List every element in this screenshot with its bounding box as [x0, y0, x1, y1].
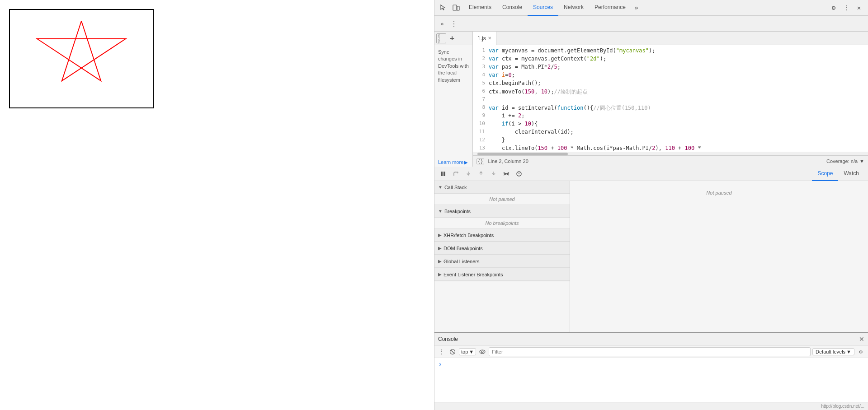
code-hscrollbar-thumb[interactable]: [477, 153, 568, 155]
call-stack-content: Not paused: [434, 194, 570, 205]
tab-elements[interactable]: Elements: [463, 0, 497, 16]
watch-tab[interactable]: Watch: [838, 167, 864, 181]
sources-more-icon[interactable]: ⋮: [449, 19, 459, 28]
svg-rect-1: [457, 6, 459, 10]
call-stack-section: ▼ Call Stack Not paused: [434, 181, 570, 205]
xhr-arrow: ▶: [438, 233, 442, 238]
settings-icon[interactable]: ⚙: [828, 2, 839, 13]
step-over-button[interactable]: [451, 169, 461, 179]
expand-panel-icon[interactable]: »: [437, 19, 447, 28]
file-format-icon[interactable]: { }: [436, 33, 446, 43]
step-out-button[interactable]: [476, 169, 486, 179]
scope-tab[interactable]: Scope: [812, 167, 838, 181]
global-listeners-section: ▶ Global Listeners: [434, 255, 570, 268]
deactivate-breakpoints-button[interactable]: [501, 169, 511, 179]
learn-more-arrow-icon: ▶: [464, 160, 468, 165]
code-line-3: 3 var pas = Math.PI*2/5;: [473, 63, 868, 71]
pause-resume-button[interactable]: [438, 169, 448, 179]
add-source-icon[interactable]: +: [447, 33, 457, 43]
global-listeners-header[interactable]: ▶ Global Listeners: [434, 255, 570, 268]
bottom-url: http://blog.csdn.net/...: [821, 404, 864, 409]
global-listeners-title: Global Listeners: [443, 259, 480, 264]
xhr-breakpoints-title: XHR/fetch Breakpoints: [443, 233, 494, 238]
code-hscrollbar[interactable]: [473, 152, 868, 155]
dom-breakpoints-header[interactable]: ▶ DOM Breakpoints: [434, 242, 570, 255]
tab-network[interactable]: Network: [558, 0, 589, 16]
top-dropdown-arrow: ▼: [469, 349, 474, 354]
call-stack-arrow: ▼: [438, 185, 443, 190]
devtools: Elements Console Sources Network Perform…: [434, 0, 868, 410]
learn-more-link[interactable]: Learn more ▶: [434, 158, 472, 167]
file-pane: { } + Sync changes in DevTools with the …: [434, 32, 473, 167]
sources-main: { } + Sync changes in DevTools with the …: [434, 32, 868, 167]
dom-breakpoints-title: DOM Breakpoints: [443, 246, 483, 251]
coverage-label: Coverage: n/a: [826, 158, 858, 164]
svg-point-13: [481, 351, 483, 353]
tab-sources[interactable]: Sources: [528, 0, 558, 16]
console-more-icon[interactable]: ⋮: [437, 347, 446, 356]
xhr-breakpoints-header[interactable]: ▶ XHR/fetch Breakpoints: [434, 229, 570, 242]
code-content[interactable]: 1 var mycanvas = document.getElementById…: [473, 45, 868, 152]
event-breakpoints-header[interactable]: ▶ Event Listener Breakpoints: [434, 268, 570, 281]
inspect-icon[interactable]: [438, 2, 449, 13]
breakpoints-title: Breakpoints: [444, 209, 471, 214]
status-right: Coverage: n/a ▼: [826, 158, 864, 164]
breakpoints-content: No breakpoints: [434, 218, 570, 228]
call-stack-header[interactable]: ▼ Call Stack: [434, 181, 570, 194]
close-devtools-icon[interactable]: ✕: [854, 2, 864, 13]
console-close-icon[interactable]: ✕: [859, 335, 864, 343]
code-tab-1js[interactable]: 1.js ✕: [473, 32, 496, 45]
default-levels-selector[interactable]: Default levels ▼: [812, 348, 854, 355]
bottom-status-bar: http://blog.csdn.net/...: [434, 402, 868, 410]
console-panel: Console ✕ ⋮ top ▼ Default levels ▼ ⚙: [434, 332, 868, 402]
device-icon[interactable]: [451, 2, 462, 13]
code-line-6: 6 ctx.moveTo(150, 10);//绘制的起点: [473, 88, 868, 96]
scope-panel: Not paused: [570, 181, 868, 332]
step-into-button[interactable]: [463, 169, 473, 179]
canvas-area: [9, 9, 154, 108]
code-editor: 1.js ✕ 1 var mycanvas = document.getElem…: [473, 32, 868, 167]
dom-arrow: ▶: [438, 246, 442, 251]
svg-point-12: [480, 350, 485, 354]
code-line-8: 8 var id = setInterval(function(){//圆心位置…: [473, 104, 868, 112]
global-arrow: ▶: [438, 259, 442, 264]
step-button[interactable]: [489, 169, 499, 179]
code-lines: 1 var mycanvas = document.getElementById…: [473, 45, 868, 152]
tab-console[interactable]: Console: [497, 0, 528, 16]
svg-line-11: [451, 350, 454, 354]
svg-rect-3: [443, 172, 445, 176]
code-line-5: 5 ctx.beginPath();: [473, 79, 868, 88]
breakpoints-header[interactable]: ▼ Breakpoints: [434, 205, 570, 218]
code-line-11: 11 clearInterval(id);: [473, 128, 868, 136]
code-tab-label: 1.js: [477, 35, 486, 42]
xhr-breakpoints-section: ▶ XHR/fetch Breakpoints: [434, 229, 570, 242]
top-selector[interactable]: top ▼: [459, 348, 476, 355]
code-line-1: 1 var mycanvas = document.getElementById…: [473, 47, 868, 55]
console-prompt[interactable]: [438, 360, 864, 368]
format-code-icon[interactable]: { }: [476, 158, 484, 164]
event-breakpoints-title: Event Listener Breakpoints: [443, 272, 503, 277]
event-arrow: ▶: [438, 272, 442, 277]
code-tabs: 1.js ✕: [473, 32, 868, 45]
code-line-10: 10 if(i > 10){: [473, 120, 868, 128]
top-label: top: [461, 349, 468, 354]
console-content[interactable]: [434, 358, 868, 402]
pause-on-exception-button[interactable]: [514, 169, 524, 179]
coverage-expand-icon[interactable]: ▼: [859, 158, 864, 164]
code-line-4: 4 var i=0;: [473, 71, 868, 79]
devtools-tabs: Elements Console Sources Network Perform…: [463, 0, 826, 16]
code-tab-close-icon[interactable]: ✕: [488, 36, 491, 41]
console-clear-icon[interactable]: [448, 347, 457, 356]
code-line-2: 2 var ctx = mycanvas.getContext("2d");: [473, 55, 868, 63]
console-settings-icon[interactable]: ⚙: [856, 347, 865, 356]
tab-performance[interactable]: Performance: [589, 0, 631, 16]
dom-breakpoints-section: ▶ DOM Breakpoints: [434, 242, 570, 255]
console-filter-input[interactable]: [489, 347, 811, 356]
devtools-toolbar: Elements Console Sources Network Perform…: [434, 0, 868, 16]
more-options-icon[interactable]: ⋮: [841, 2, 852, 13]
eye-icon[interactable]: [478, 347, 487, 356]
breakpoints-section: ▼ Breakpoints No breakpoints: [434, 205, 570, 229]
status-position: Line 2, Column 20: [488, 158, 528, 164]
file-pane-toolbar: { } +: [434, 32, 472, 45]
more-tabs-icon[interactable]: »: [631, 2, 642, 13]
